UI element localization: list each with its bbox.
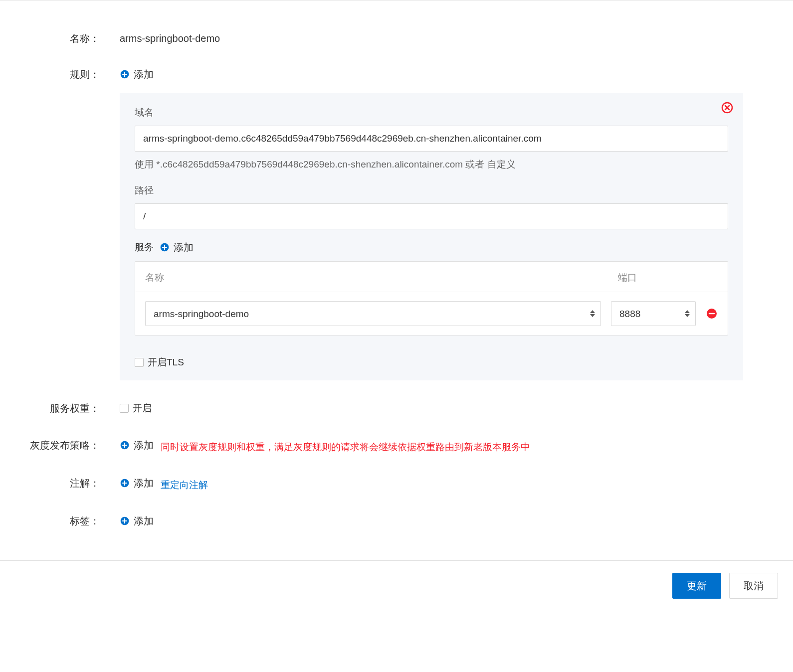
path-input[interactable] (135, 203, 728, 229)
plus-circle-icon (160, 242, 170, 252)
row-tags: 标签： 添加 (30, 513, 743, 530)
gray-warning-text: 同时设置灰度规则和权重，满足灰度规则的请求将会继续依据权重路由到新老版本服务中 (161, 442, 530, 452)
add-gray-label: 添加 (134, 437, 154, 453)
plus-circle-icon (120, 69, 130, 79)
service-table: 名称 端口 arms-springboot-demo (135, 261, 728, 336)
label-annotations: 注解： (30, 475, 120, 491)
delete-service-row-button[interactable] (706, 308, 718, 320)
domain-label: 域名 (135, 105, 728, 121)
footer: 更新 取消 (0, 560, 793, 611)
service-weight-checkbox[interactable] (120, 404, 129, 413)
service-weight-checkbox-wrap[interactable]: 开启 (120, 400, 152, 416)
row-gray-release: 灰度发布策略： 添加 同时设置灰度规则和权重，满足灰度规则的请求将会继续依据权重… (30, 437, 743, 455)
plus-circle-icon (120, 478, 130, 488)
add-rule-button[interactable]: 添加 (120, 66, 154, 82)
field-domain: 域名 使用 *.c6c48265dd59a479bb7569d448c2969e… (135, 105, 728, 172)
rule-panel: 域名 使用 *.c6c48265dd59a479bb7569d448c2969e… (120, 93, 743, 380)
label-tags: 标签： (30, 513, 120, 529)
service-port-select[interactable]: 8888 (611, 301, 696, 326)
service-label: 服务 (135, 239, 154, 255)
row-rules: 规则： 添加 (30, 66, 743, 380)
domain-input[interactable] (135, 126, 728, 152)
label-service-weight: 服务权重： (30, 400, 120, 416)
tls-label: 开启TLS (148, 354, 184, 370)
service-name-select[interactable]: arms-springboot-demo (145, 301, 601, 326)
label-name: 名称： (30, 30, 120, 46)
domain-help: 使用 *.c6c48265dd59a479bb7569d448c2969eb.c… (135, 157, 728, 172)
tls-checkbox-wrap[interactable]: 开启TLS (135, 354, 184, 370)
add-rule-label: 添加 (134, 66, 154, 82)
add-service-label: 添加 (174, 239, 194, 255)
service-table-header: 名称 端口 (135, 262, 728, 292)
label-rules: 规则： (30, 66, 120, 82)
add-service-button[interactable]: 添加 (160, 239, 194, 255)
path-label: 路径 (135, 182, 728, 198)
service-name-header: 名称 (145, 270, 618, 286)
tls-checkbox[interactable] (135, 358, 144, 367)
form-area: 名称： arms-springboot-demo 规则： 添加 (0, 0, 793, 560)
label-gray-release: 灰度发布策略： (30, 437, 120, 453)
row-name: 名称： arms-springboot-demo (30, 30, 743, 46)
redirect-annotation-link[interactable]: 重定向注解 (161, 480, 208, 490)
add-annotation-button[interactable]: 添加 (120, 475, 154, 491)
value-name: arms-springboot-demo (120, 30, 743, 46)
plus-circle-icon (120, 440, 130, 450)
service-weight-enable-label: 开启 (133, 400, 152, 416)
field-service: 服务 添加 (135, 239, 728, 336)
delete-rule-button[interactable] (721, 102, 733, 114)
add-tag-button[interactable]: 添加 (120, 513, 154, 529)
cancel-button[interactable]: 取消 (729, 573, 778, 599)
add-gray-release-button[interactable]: 添加 (120, 437, 154, 453)
plus-circle-icon (120, 516, 130, 526)
field-path: 路径 (135, 182, 728, 229)
add-annotation-label: 添加 (134, 475, 154, 491)
add-tag-label: 添加 (134, 513, 154, 529)
row-service-weight: 服务权重： 开启 (30, 400, 743, 417)
update-button[interactable]: 更新 (672, 573, 721, 599)
service-port-header: 端口 (618, 270, 718, 286)
row-annotations: 注解： 添加 重定向注解 (30, 475, 743, 493)
service-table-row: arms-springboot-demo 8888 (135, 292, 728, 335)
